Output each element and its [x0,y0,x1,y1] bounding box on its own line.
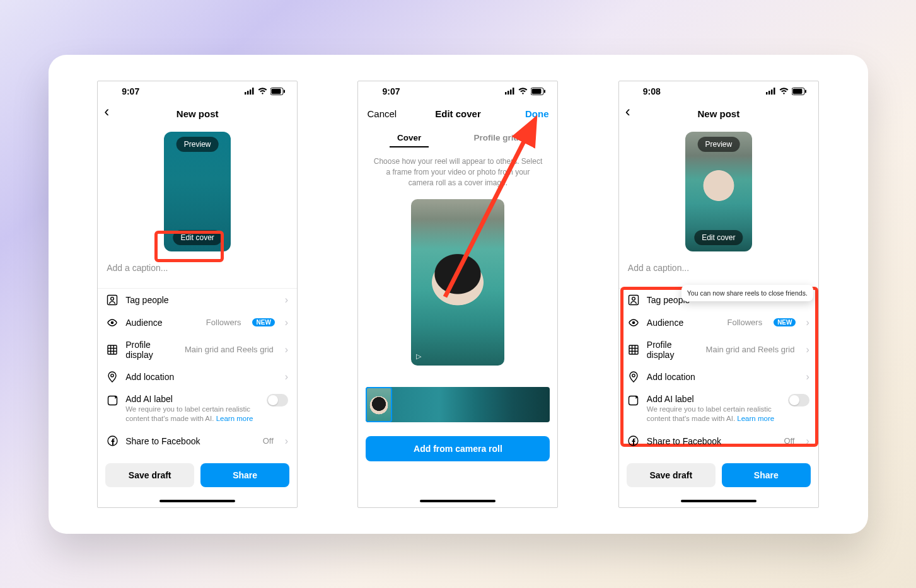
profile-display-value: Main grid and Reels grid [185,345,274,354]
status-bar: 9:07 [358,81,557,101]
svg-rect-19 [507,91,509,95]
svg-rect-10 [108,345,117,354]
caption-input[interactable]: Add a caption... [619,251,818,288]
status-bar: 9:08 [619,81,818,101]
share-button[interactable]: Share [722,463,811,487]
facebook-icon [107,435,118,447]
share-facebook-row[interactable]: Share to Facebook Off › [98,430,297,453]
status-icons [505,88,546,95]
profile-display-label: Profile display [647,340,699,360]
nav-title: New post [697,108,739,119]
selected-frame-handle[interactable] [366,387,392,422]
audience-row[interactable]: Audience Followers NEW › [619,311,818,334]
audience-value: Followers [728,318,763,327]
status-time: 9:07 [382,86,400,96]
add-location-row[interactable]: Add location › [619,366,818,388]
svg-rect-2 [250,89,252,95]
tag-people-label: Tag people [125,295,275,305]
back-icon[interactable]: ‹ [104,104,109,119]
preview-area: Preview Edit cover [619,132,818,251]
share-facebook-value: Off [784,436,794,446]
tab-cover[interactable]: Cover [395,128,424,147]
back-icon[interactable]: ‹ [625,104,630,119]
option-list: Tag people › Audience Followers NEW › Pr… [98,288,297,453]
ai-label-toggle[interactable] [788,394,809,406]
share-facebook-label: Share to Facebook [125,436,255,446]
chevron-right-icon: › [285,344,288,355]
svg-rect-0 [245,92,246,95]
svg-point-15 [111,374,113,376]
reel-thumbnail[interactable]: Preview Edit cover [685,132,752,251]
svg-rect-1 [247,91,249,95]
add-from-camera-roll-button[interactable]: Add from camera roll [366,436,550,461]
new-badge: NEW [774,318,796,326]
frame-scrubber[interactable] [366,387,550,422]
cancel-button[interactable]: Cancel [367,108,397,119]
wifi-icon [258,88,267,95]
svg-rect-30 [774,88,775,95]
tag-people-icon [628,294,639,306]
svg-rect-20 [510,89,512,95]
tag-people-row[interactable]: Tag people You can now share reels to cl… [619,289,818,311]
svg-rect-5 [272,89,281,94]
reel-play-icon: ▷ [416,352,421,360]
tab-profile-grid[interactable]: Profile grid [472,128,521,147]
svg-point-42 [632,374,635,376]
svg-rect-32 [792,89,802,94]
done-button[interactable]: Done [525,108,549,119]
ai-label-title: Add AI label [125,394,259,404]
ai-label-subtitle: We require you to label certain realisti… [125,405,259,424]
add-location-row[interactable]: Add location › [98,366,297,388]
learn-more-link[interactable]: Learn more [216,415,253,422]
save-draft-button[interactable]: Save draft [105,463,194,487]
chevron-right-icon: › [285,317,288,328]
ai-label-icon [628,395,639,406]
signal-icon [766,88,776,95]
profile-display-row[interactable]: Profile display Main grid and Reels grid… [619,334,818,366]
profile-display-row[interactable]: Profile display Main grid and Reels grid… [98,334,297,366]
tag-people-icon [107,294,118,306]
svg-rect-3 [252,88,254,95]
ai-label-title: Add AI label [647,394,780,404]
annotation-highlight-box [154,231,224,262]
nav-bar: ‹ New post [619,101,818,127]
svg-point-8 [111,297,114,300]
learn-more-link[interactable]: Learn more [737,415,774,422]
share-facebook-value: Off [263,436,274,446]
location-icon [628,371,639,383]
home-indicator [358,495,557,507]
add-ai-label-row[interactable]: Add AI label We require you to label cer… [98,388,297,430]
nav-title: New post [177,108,219,119]
svg-point-36 [632,321,635,324]
home-indicator [619,495,818,507]
share-facebook-label: Share to Facebook [647,436,777,446]
chevron-right-icon: › [285,371,288,383]
wifi-icon [779,88,789,95]
ai-label-toggle[interactable] [267,394,288,406]
preview-button[interactable]: Preview [697,137,739,152]
share-button[interactable]: Share [200,463,289,487]
preview-button[interactable]: Preview [177,137,219,152]
edit-cover-button[interactable]: Edit cover [694,230,743,245]
tag-people-row[interactable]: Tag people › [98,289,297,311]
phone-screen-2: 9:07 Cancel Edit cover Done Cover Profil… [357,81,558,508]
chevron-right-icon: › [806,371,809,383]
add-location-label: Add location [125,372,275,382]
audience-row[interactable]: Audience Followers NEW › [98,311,297,334]
phone-screen-1: 9:07 ‹ New post Preview Edit cover Add a… [97,81,298,508]
battery-icon [792,88,807,95]
share-facebook-row[interactable]: Share to Facebook Off › [619,430,818,453]
save-draft-button[interactable]: Save draft [627,463,716,487]
location-icon [107,371,118,383]
home-indicator [98,495,297,507]
grid-icon [107,344,118,355]
svg-rect-24 [544,89,545,93]
battery-icon [270,88,286,95]
cover-preview-image: ▷ [411,199,504,366]
svg-rect-21 [513,88,514,95]
status-time: 9:08 [643,86,661,96]
chevron-right-icon: › [806,344,809,355]
add-ai-label-row[interactable]: Add AI label We require you to label cer… [619,388,818,430]
battery-icon [531,88,546,95]
status-bar: 9:07 [98,81,297,101]
